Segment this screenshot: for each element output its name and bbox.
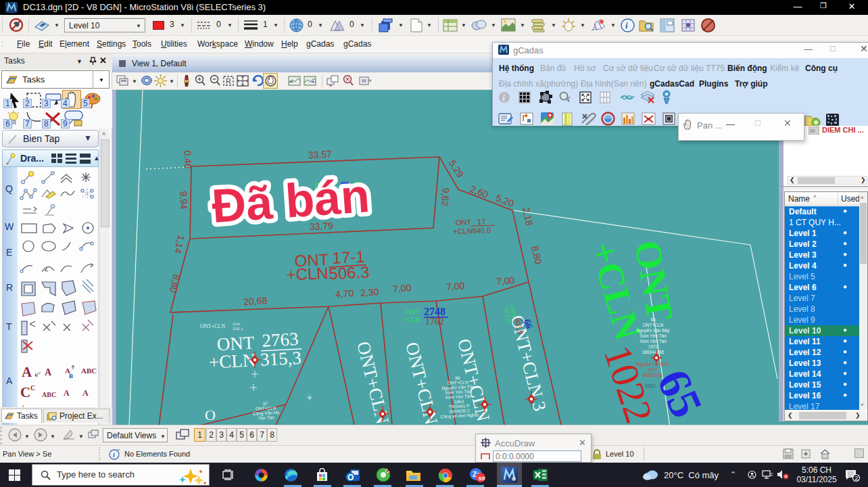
svg-text:8,80: 8,80 xyxy=(529,245,544,265)
svg-text:2748: 2748 xyxy=(424,306,445,317)
svg-text:C: C xyxy=(30,384,35,392)
svg-text:ABC: ABC xyxy=(42,391,56,398)
svg-text:C: C xyxy=(20,384,30,400)
svg-text:S5: S5 xyxy=(479,476,485,482)
svg-text:B: B xyxy=(69,373,73,379)
svg-text:A: A xyxy=(45,367,52,377)
svg-text:ONT+CLN: ONT+CLN xyxy=(353,340,393,425)
svg-text:1762: 1762 xyxy=(425,317,444,327)
svg-text:9,62: 9,62 xyxy=(439,187,451,206)
svg-text:186244186: 186244186 xyxy=(642,350,665,354)
svg-text:R: R xyxy=(226,77,231,85)
svg-text:W: W xyxy=(810,128,815,134)
svg-text:315,3: 315,3 xyxy=(260,348,302,370)
svg-text:0,46: 0,46 xyxy=(183,150,193,169)
svg-text:+CLN: +CLN xyxy=(403,316,420,323)
svg-text:ONT+CLN: ONT+CLN xyxy=(643,323,664,327)
svg-text:ONT 17: ONT 17 xyxy=(456,217,486,227)
svg-text:1,14: 1,14 xyxy=(172,234,187,254)
svg-text:232.1: 232.1 xyxy=(233,326,243,331)
svg-text:20,68: 20,68 xyxy=(243,295,268,307)
svg-text:Yên Tân: Yên Tân xyxy=(258,415,274,420)
svg-text:ONT: ONT xyxy=(406,308,420,316)
svg-text:7,00: 7,00 xyxy=(446,280,466,292)
svg-text:1972: 1972 xyxy=(648,367,658,372)
svg-text:5,29: 5,29 xyxy=(447,158,466,180)
svg-text:ONT+CLN: ONT+CLN xyxy=(200,323,225,329)
svg-text:ABC: ABC xyxy=(81,367,97,375)
svg-text:1972: 1972 xyxy=(648,344,658,349)
svg-text:4,70: 4,70 xyxy=(335,287,355,300)
svg-text:A: A xyxy=(64,388,70,398)
svg-text:Nguyễn Văn Bảy: Nguyễn Văn Bảy xyxy=(637,327,671,333)
svg-text:O: O xyxy=(347,473,354,482)
svg-text:5,20: 5,20 xyxy=(494,192,515,209)
svg-text:i: i xyxy=(625,20,628,30)
svg-text:33,57: 33,57 xyxy=(308,148,332,160)
svg-text:A: A xyxy=(82,388,89,398)
svg-text:2: 2 xyxy=(855,475,859,482)
svg-text:7,00: 7,00 xyxy=(393,282,412,294)
svg-text:O: O xyxy=(205,407,216,423)
svg-text:Nguyễn Thị Dinh: Nguyễn Thị Dinh xyxy=(636,361,669,367)
svg-text:7,00: 7,00 xyxy=(496,275,516,287)
svg-text:68852726: 68852726 xyxy=(643,373,662,377)
svg-text:ODC: ODC xyxy=(645,384,656,388)
svg-text:+CLN: +CLN xyxy=(286,264,329,284)
svg-text:A: A xyxy=(22,364,32,380)
svg-text:+CLN: +CLN xyxy=(208,350,256,373)
svg-text:8,80: 8,80 xyxy=(168,273,183,294)
svg-text:Xóm Yên Tân: Xóm Yên Tân xyxy=(640,333,667,338)
svg-text:2,18: 2,18 xyxy=(521,206,535,227)
svg-text:65: 65 xyxy=(650,317,656,322)
svg-text:2,30: 2,30 xyxy=(360,286,380,298)
svg-text:+CLN840.0: +CLN840.0 xyxy=(453,226,491,235)
svg-text:506.3: 506.3 xyxy=(329,262,370,283)
svg-text:i: i xyxy=(113,451,115,459)
svg-text:Đã bán: Đã bán xyxy=(210,169,371,233)
svg-text:9,94: 9,94 xyxy=(178,191,189,210)
svg-text:Xóm Yên Tân: Xóm Yên Tân xyxy=(640,339,667,344)
